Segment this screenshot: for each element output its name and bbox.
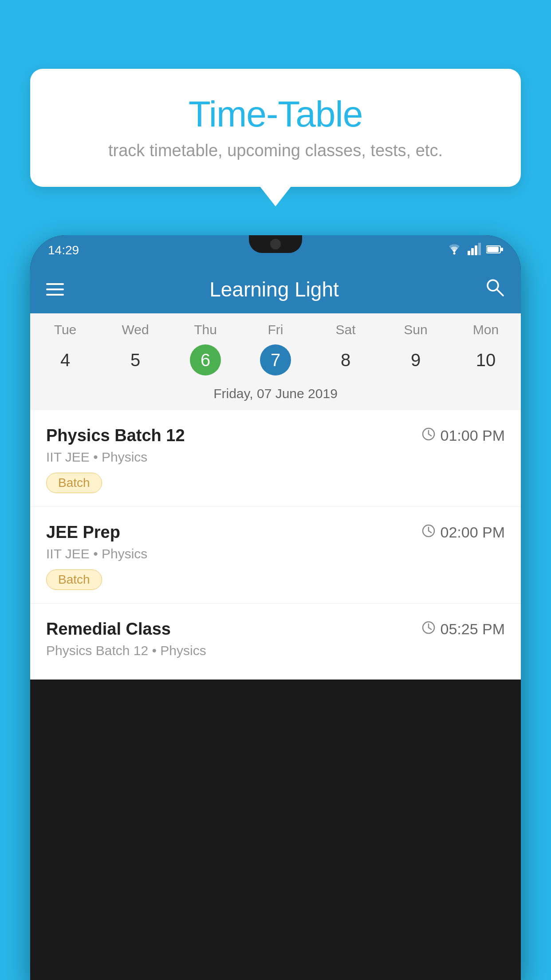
wifi-icon [446, 243, 462, 258]
schedule-item-1-top: Physics Batch 12 01:00 PM [46, 426, 505, 445]
clock-icon-2 [421, 524, 436, 541]
day-num-col-7[interactable]: 7 [240, 344, 311, 375]
app-bar: Learning Light [30, 265, 521, 313]
bubble-title: Time-Table [57, 93, 494, 135]
status-icons [446, 243, 503, 258]
day-num-col-4[interactable]: 4 [30, 344, 100, 375]
day-number-8: 8 [330, 344, 361, 375]
day-number-4: 4 [50, 344, 81, 375]
svg-rect-7 [501, 248, 503, 251]
day-col-thu[interactable]: Thu [170, 322, 240, 337]
day-col-fri[interactable]: Fri [240, 322, 311, 337]
schedule-item-2-time: 02:00 PM [421, 524, 505, 541]
day-name-thu: Thu [170, 322, 240, 337]
calendar: Tue Wed Thu Fri Sat Sun Mon 4 [30, 313, 521, 410]
day-col-sat[interactable]: Sat [311, 322, 381, 337]
schedule-item-1-time-text: 01:00 PM [440, 427, 505, 444]
schedule-item-1-subtitle: IIT JEE • Physics [46, 450, 505, 465]
day-num-col-5[interactable]: 5 [100, 344, 170, 375]
schedule-item-3[interactable]: Remedial Class 05:25 PM Physics Batch 12… [30, 604, 521, 680]
schedule-item-2-top: JEE Prep 02:00 PM [46, 523, 505, 542]
selected-date-label: Friday, 07 June 2019 [30, 383, 521, 410]
day-col-tue[interactable]: Tue [30, 322, 100, 337]
svg-point-0 [453, 252, 456, 254]
day-num-col-9[interactable]: 9 [381, 344, 451, 375]
schedule-item-3-top: Remedial Class 05:25 PM [46, 620, 505, 639]
signal-icon [468, 243, 481, 258]
battery-icon [486, 244, 503, 257]
svg-rect-4 [478, 243, 481, 255]
day-name-sun: Sun [381, 322, 451, 337]
status-bar: 14:29 [30, 235, 521, 265]
app-bar-title: Learning Light [209, 277, 339, 301]
schedule-item-2-title: JEE Prep [46, 523, 120, 542]
schedule-item-1-time: 01:00 PM [421, 427, 505, 445]
day-number-6: 6 [190, 344, 221, 375]
day-col-sun[interactable]: Sun [381, 322, 451, 337]
schedule-item-3-time-text: 05:25 PM [440, 620, 505, 638]
schedule-item-3-title: Remedial Class [46, 620, 171, 639]
svg-rect-6 [487, 247, 499, 252]
svg-rect-2 [471, 248, 474, 255]
svg-line-18 [429, 628, 431, 629]
schedule-item-1[interactable]: Physics Batch 12 01:00 PM IIT JEE • Phys… [30, 410, 521, 507]
notch [249, 235, 302, 253]
svg-line-15 [429, 531, 431, 533]
status-time: 14:29 [48, 243, 79, 257]
search-icon[interactable] [484, 277, 505, 302]
hamburger-icon[interactable] [46, 283, 64, 296]
schedule-item-2-badge: Batch [46, 569, 102, 590]
day-name-wed: Wed [100, 322, 170, 337]
day-num-col-10[interactable]: 10 [451, 344, 521, 375]
day-numbers: 4 5 6 7 8 9 10 [30, 341, 521, 383]
day-num-col-8[interactable]: 8 [311, 344, 381, 375]
svg-rect-3 [475, 245, 477, 255]
day-name-mon: Mon [451, 322, 521, 337]
days-header: Tue Wed Thu Fri Sat Sun Mon [30, 313, 521, 341]
schedule-item-3-subtitle: Physics Batch 12 • Physics [46, 643, 505, 658]
schedule-item-2[interactable]: JEE Prep 02:00 PM IIT JEE • Physics Batc… [30, 507, 521, 604]
day-col-mon[interactable]: Mon [451, 322, 521, 337]
clock-icon-3 [421, 620, 436, 638]
day-name-tue: Tue [30, 322, 100, 337]
schedule-list: Physics Batch 12 01:00 PM IIT JEE • Phys… [30, 410, 521, 680]
day-number-9: 9 [400, 344, 431, 375]
bubble-subtitle: track timetable, upcoming classes, tests… [57, 141, 494, 160]
speech-bubble: Time-Table track timetable, upcoming cla… [30, 69, 521, 187]
camera-dot [270, 239, 281, 249]
schedule-item-3-time: 05:25 PM [421, 620, 505, 638]
day-name-fri: Fri [240, 322, 311, 337]
svg-rect-1 [468, 251, 470, 255]
day-number-7: 7 [260, 344, 291, 375]
day-number-5: 5 [120, 344, 151, 375]
svg-line-12 [429, 434, 431, 436]
day-number-10: 10 [470, 344, 501, 375]
clock-icon-1 [421, 427, 436, 445]
svg-line-9 [497, 289, 503, 296]
phone-frame: 14:29 [30, 235, 521, 980]
schedule-item-2-subtitle: IIT JEE • Physics [46, 546, 505, 561]
schedule-item-2-time-text: 02:00 PM [440, 524, 505, 541]
day-num-col-6[interactable]: 6 [170, 344, 240, 375]
schedule-item-1-badge: Batch [46, 473, 102, 493]
schedule-item-1-title: Physics Batch 12 [46, 426, 185, 445]
day-name-sat: Sat [311, 322, 381, 337]
day-col-wed[interactable]: Wed [100, 322, 170, 337]
